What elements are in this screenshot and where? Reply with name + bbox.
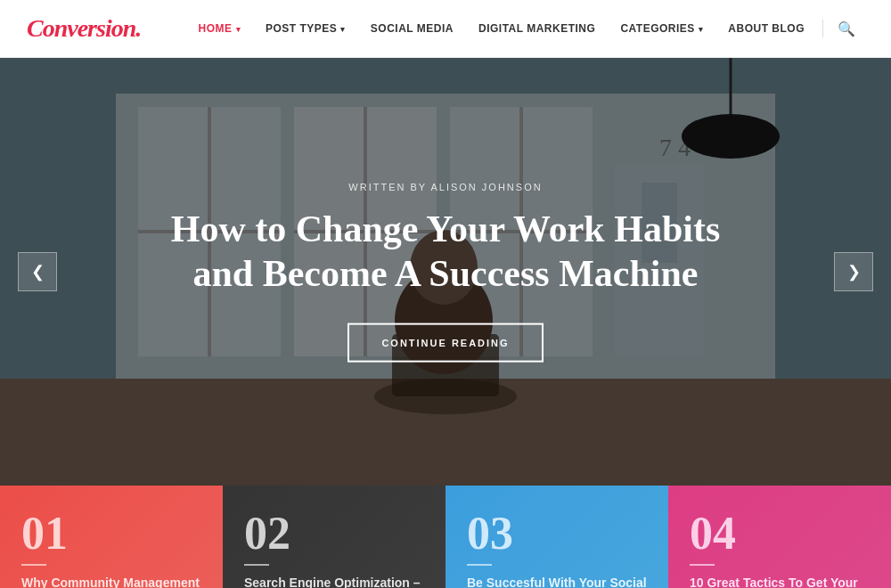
chevron-down-icon: ▾ [236,25,241,34]
card-bg-4 [668,486,891,588]
featured-cards: 01 Why Community Management Is Different… [0,486,891,588]
nav-digital-marketing[interactable]: DIGITAL MARKETING [466,0,608,58]
card-bg-1 [0,486,223,588]
hero-author: WRITTEN BY ALISON JOHNSON [143,182,748,192]
card-bg-3 [446,486,668,588]
main-nav: HOME ▾ POST TYPES ▾ SOCIAL MEDIA DIGITAL… [186,0,865,58]
chevron-left-icon: ❮ [31,262,45,282]
site-logo[interactable]: Conversion. [27,14,141,43]
card-2[interactable]: 02 Search Engine Optimization – Good [223,486,446,588]
slider-prev-button[interactable]: ❮ [18,252,57,291]
search-icon[interactable]: 🔍 [829,20,864,37]
nav-divider [822,20,823,37]
logo-dot: . [135,14,141,42]
card-4[interactable]: 04 10 Great Tactics To Get Your First 1,… [668,486,891,588]
chevron-right-icon: ❯ [847,262,861,282]
hero-content: WRITTEN BY ALISON JOHNSON How to Change … [143,182,748,363]
chevron-down-icon: ▾ [340,25,346,34]
nav-about-blog[interactable]: ABOUT BLOG [715,0,817,58]
nav-post-types[interactable]: POST TYPES ▾ [253,0,358,58]
nav-home[interactable]: HOME ▾ [186,0,254,58]
chevron-down-icon: ▾ [699,25,704,34]
continue-reading-button[interactable]: CONTINUE READING [347,323,543,362]
card-3[interactable]: 03 Be Succesful With Your Social Media M… [446,486,668,588]
slider-next-button[interactable]: ❯ [834,252,873,291]
hero-slider: 7 4 WRITTEN BY ALISON JOHNSON How to Cha… [0,58,891,486]
card-1[interactable]: 01 Why Community Management Is Different [0,486,223,588]
nav-social-media[interactable]: SOCIAL MEDIA [358,0,466,58]
logo-text: Conversion [27,14,135,42]
site-header: Conversion. HOME ▾ POST TYPES ▾ SOCIAL M… [0,0,891,58]
nav-categories[interactable]: CATEGORIES ▾ [608,0,715,58]
card-bg-2 [223,486,446,588]
hero-title: How to Change Your Work Habits and Becom… [143,207,748,297]
